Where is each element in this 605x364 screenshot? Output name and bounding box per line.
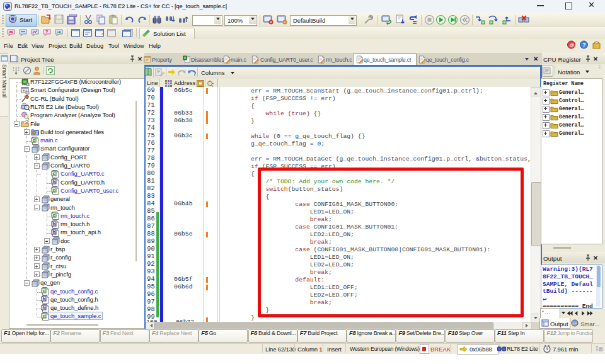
svg-text:?: ? bbox=[45, 30, 48, 34]
svg-text:@: @ bbox=[570, 42, 575, 48]
svg-text:?: ? bbox=[582, 42, 586, 48]
